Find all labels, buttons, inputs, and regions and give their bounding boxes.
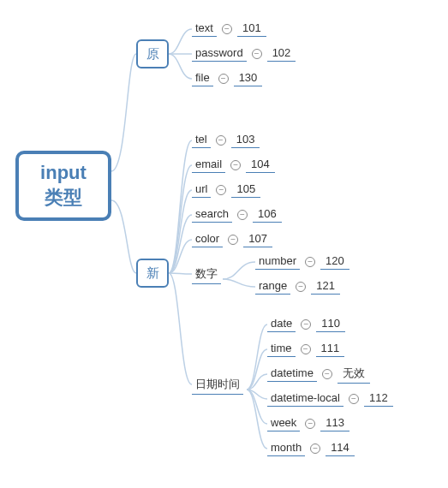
leaf-search: search − 106 (192, 207, 282, 223)
leaf-value: 110 (316, 317, 345, 332)
leaf-label: email (192, 158, 225, 173)
collapse-icon[interactable]: − (349, 394, 359, 404)
collapse-icon[interactable]: − (216, 135, 226, 146)
collapse-icon[interactable]: − (218, 74, 229, 84)
leaf-range: range − 121 (255, 279, 340, 295)
leaf-email: email − 104 (192, 158, 275, 173)
leaf-url: url − 105 (192, 182, 260, 198)
collapse-icon[interactable]: − (301, 344, 311, 354)
leaf-value: 101 (237, 21, 266, 37)
collapse-icon[interactable]: − (305, 257, 315, 267)
leaf-time: time − 111 (267, 342, 344, 357)
collapse-icon[interactable]: − (296, 282, 306, 292)
leaf-value: 104 (246, 158, 275, 173)
leaf-value: 120 (320, 254, 349, 270)
collapse-icon[interactable]: − (310, 443, 320, 454)
root-node: input 类型 (15, 151, 111, 221)
leaf-label: text (192, 21, 217, 37)
leaf-label: datetime-local (267, 391, 343, 407)
collapse-icon[interactable]: − (237, 210, 248, 220)
leaf-label: time (267, 342, 296, 357)
leaf-value: 107 (243, 232, 272, 247)
root-line2: 类型 (45, 186, 82, 211)
leaf-label: datetime (267, 366, 317, 382)
leaf-value: 106 (253, 207, 282, 223)
leaf-password: password − 102 (192, 46, 296, 62)
leaf-value: 111 (316, 342, 345, 357)
leaf-value: 114 (326, 441, 355, 456)
leaf-label: week (267, 416, 300, 431)
leaf-label: date (267, 317, 296, 332)
leaf-datetime: datetime − 无效 (267, 366, 370, 382)
leaf-label: password (192, 46, 247, 62)
leaf-value: 112 (364, 391, 393, 407)
category-original-label: 原 (146, 46, 159, 62)
collapse-icon[interactable]: − (222, 24, 232, 34)
leaf-datetime-local: datetime-local − 112 (267, 391, 393, 407)
category-original: 原 (136, 39, 169, 68)
subcategory-datetime: 日期时间 (192, 377, 243, 395)
collapse-icon[interactable]: − (305, 419, 315, 429)
collapse-icon[interactable]: − (322, 369, 332, 379)
leaf-label: search (192, 207, 232, 223)
leaf-number: number − 120 (255, 254, 349, 270)
collapse-icon[interactable]: − (230, 160, 241, 170)
leaf-color: color − 107 (192, 232, 272, 247)
leaf-file: file − 130 (192, 71, 262, 86)
leaf-date: date − 110 (267, 317, 345, 332)
leaf-label: number (255, 254, 300, 270)
leaf-label: tel (192, 133, 211, 148)
leaf-month: month − 114 (267, 441, 355, 456)
root-line1: input (40, 161, 87, 186)
collapse-icon[interactable]: − (228, 235, 238, 245)
leaf-week: week − 113 (267, 416, 349, 431)
leaf-label: url (192, 182, 211, 198)
leaf-value: 无效 (337, 366, 370, 384)
leaf-value: 102 (267, 46, 296, 62)
leaf-label: month (267, 441, 305, 456)
leaf-label: color (192, 232, 223, 247)
leaf-value: 105 (231, 182, 260, 198)
leaf-label: file (192, 71, 213, 86)
category-new-label: 新 (146, 265, 159, 282)
leaf-value: 121 (311, 279, 340, 295)
leaf-text: text − 101 (192, 21, 266, 37)
collapse-icon[interactable]: − (301, 319, 311, 330)
collapse-icon[interactable]: − (252, 49, 262, 59)
leaf-value: 130 (234, 71, 263, 86)
leaf-label: range (255, 279, 290, 295)
leaf-tel: tel − 103 (192, 133, 260, 148)
category-new: 新 (136, 259, 169, 288)
subcategory-numeric: 数字 (192, 266, 221, 284)
leaf-value: 103 (231, 133, 260, 148)
leaf-value: 113 (320, 416, 349, 431)
collapse-icon[interactable]: − (216, 185, 226, 195)
